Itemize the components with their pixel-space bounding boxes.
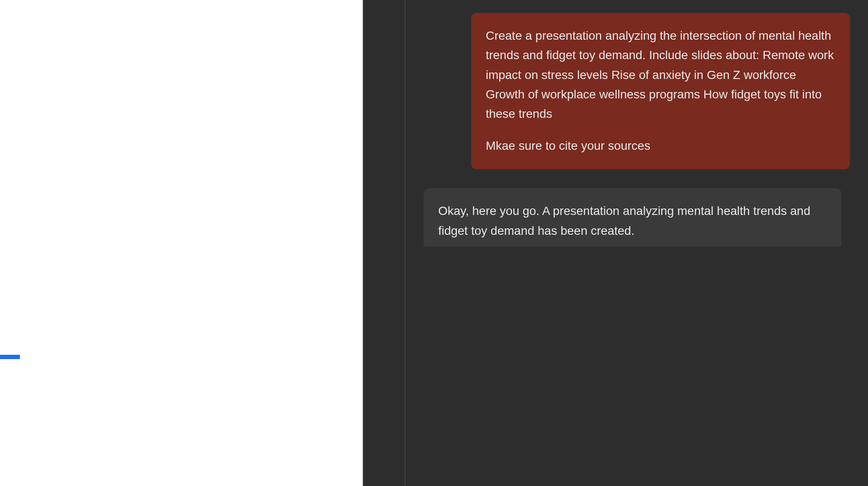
user-message-text: Create a presentation analyzing the inte… <box>486 26 835 124</box>
document-preview-pane[interactable] <box>0 0 363 486</box>
app-root: Create a presentation analyzing the inte… <box>0 0 868 486</box>
pane-divider[interactable] <box>363 0 405 486</box>
user-message-text: Mkae sure to cite your sources <box>486 136 835 155</box>
user-message: Create a presentation analyzing the inte… <box>471 13 850 169</box>
selection-indicator <box>0 355 20 359</box>
assistant-message: Okay, here you go. A presentation analyz… <box>424 188 841 246</box>
assistant-message-text: Okay, here you go. A presentation analyz… <box>438 201 827 240</box>
chat-pane[interactable]: Create a presentation analyzing the inte… <box>405 0 868 486</box>
